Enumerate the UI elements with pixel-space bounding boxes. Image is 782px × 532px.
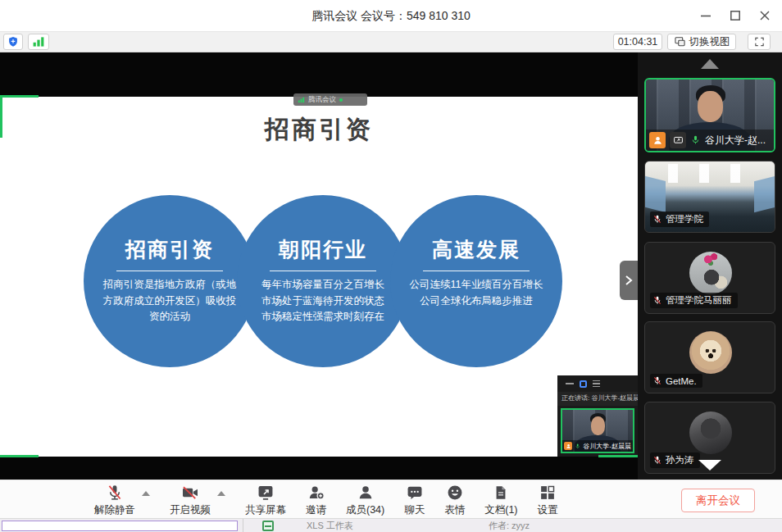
start-video-button[interactable]: 开启视频: [170, 484, 211, 517]
maximize-button[interactable]: [723, 5, 748, 26]
shield-icon: [7, 35, 19, 48]
participant-name-bar: 谷川大学-赵...: [646, 130, 774, 151]
slide-circle-1: 招商引资 招商引资是指地方政府（或地 方政府成立的开发区）吸收投 资的活动: [84, 195, 256, 367]
control-bar: 解除静音 开启视频 共享屏幕: [0, 480, 782, 518]
unmute-button[interactable]: 解除静音: [94, 484, 135, 517]
xls-file-icon: [262, 521, 274, 531]
participant-tile-2[interactable]: 管理学院: [644, 161, 775, 233]
leave-meeting-button[interactable]: 离开会议: [681, 489, 755, 512]
shared-screen: 招商引资 招商引资 招商引资是指地方政府（或地 方政府成立的开发区）吸收投 资的…: [0, 52, 638, 480]
circle-2-line: 每年市场容量百分之百增长: [237, 277, 409, 293]
file-type-label: XLS 工作表: [307, 519, 353, 532]
divider: [243, 519, 243, 532]
pip-minimize-icon[interactable]: [566, 383, 574, 384]
participant-name-bar: GetMe.: [650, 374, 702, 388]
capture-border-marker: [0, 95, 2, 138]
settings-button[interactable]: 设置: [538, 484, 558, 517]
pip-participant-name: 谷川大学-赵晨晨: [583, 442, 631, 451]
host-badge-icon: [564, 442, 572, 450]
badge-label: 腾讯会议: [308, 95, 336, 105]
invite-button[interactable]: 邀请: [306, 484, 326, 517]
window-titlebar: 腾讯会议 会议号：549 810 310: [0, 0, 782, 31]
mic-muted-icon: [106, 484, 124, 502]
share-screen-icon: [257, 484, 275, 502]
participant-name: 孙为涛: [666, 454, 694, 466]
mic-on-icon: [690, 134, 701, 146]
mic-muted-icon: [652, 295, 662, 306]
pip-menu-icon[interactable]: [593, 380, 600, 388]
participant-name: 管理学院: [666, 213, 703, 225]
avatar: [689, 412, 732, 454]
presentation-slide: 招商引资 招商引资 招商引资是指地方政府（或地 方政府成立的开发区）吸收投 资的…: [0, 97, 638, 457]
screen-sharing-icon: [670, 132, 686, 148]
participant-name-bar: 管理学院: [650, 211, 709, 227]
participant-tile-4[interactable]: GetMe.: [644, 321, 775, 393]
capture-border-marker: [0, 95, 39, 98]
share-screen-button[interactable]: 共享屏幕: [245, 484, 286, 517]
meeting-toolbar: 01:04:31 切换视图: [0, 31, 782, 52]
meeting-timer: 01:04:31: [613, 34, 662, 50]
minimize-icon: [700, 10, 712, 21]
scroll-down-arrow[interactable]: [698, 460, 721, 471]
chevron-right-icon: [625, 275, 633, 286]
window-controls: [693, 0, 777, 31]
collapse-sidebar-button[interactable]: [620, 261, 638, 300]
circle-1-divider: [116, 271, 223, 271]
participant-name-bar: 孙为涛: [650, 452, 700, 468]
circle-2-title: 朝阳行业: [237, 236, 409, 263]
document-icon: [493, 484, 509, 502]
camera-options-caret[interactable]: [217, 491, 225, 496]
slide-title: 招商引资: [0, 113, 638, 147]
close-button[interactable]: [752, 5, 777, 26]
emoji-button[interactable]: 表情: [444, 484, 465, 517]
capture-border-marker: [598, 455, 638, 457]
switch-view-label: 切换视图: [689, 35, 730, 49]
desktop-selection-box: [2, 521, 238, 531]
mic-muted-icon: [652, 214, 662, 225]
settings-grid-icon: [539, 484, 557, 502]
emoji-smile-icon: [446, 484, 464, 502]
circle-1-line: 招商引资是指地方政府（或地: [84, 277, 256, 293]
switch-view-button[interactable]: 切换视图: [667, 34, 736, 50]
circle-3-line: 公司连续11年业绩百分百增长: [390, 277, 562, 293]
circle-2-line: 市场稳定性强需求时刻存在: [237, 309, 409, 325]
file-author-label: 作者: zyyz: [489, 519, 530, 532]
circle-2-divider: [270, 271, 376, 271]
fullscreen-button[interactable]: [748, 34, 771, 50]
participant-tile-1[interactable]: 谷川大学-赵...: [644, 78, 775, 152]
signal-bars-icon: [298, 97, 305, 103]
minimize-button[interactable]: [693, 5, 718, 26]
pip-video: 谷川大学-赵晨晨: [561, 408, 634, 453]
scroll-up-arrow[interactable]: [701, 59, 719, 69]
avatar: [689, 331, 732, 374]
avatar: [689, 252, 732, 294]
participant-name-bar: 管理学院马丽丽: [650, 293, 738, 308]
participant-name: 管理学院马丽丽: [666, 294, 732, 307]
security-shield-button[interactable]: [3, 34, 23, 50]
pip-window[interactable]: 正在讲话: 谷川大学-赵晨晨 谷: [557, 375, 638, 457]
chat-button[interactable]: 聊天: [404, 484, 425, 517]
circle-1-line: 方政府成立的开发区）吸收投: [84, 293, 256, 310]
signal-bars-icon: [32, 36, 45, 48]
participant-name: 谷川大学-赵...: [705, 134, 766, 148]
participant-tile-3[interactable]: 管理学院马丽丽: [644, 242, 775, 314]
network-signal-button[interactable]: [28, 34, 49, 50]
circle-1-title: 招商引资: [84, 236, 256, 263]
capture-border-marker: [0, 455, 39, 457]
mic-options-caret[interactable]: [142, 491, 150, 496]
circle-2-line: 市场处于蓝海待开发的状态: [237, 293, 409, 310]
circle-3-line: 公司全球化布局稳步推进: [390, 293, 562, 310]
chat-bubble-icon: [406, 484, 424, 502]
members-button[interactable]: 成员(34): [346, 484, 384, 517]
meeting-status-badge[interactable]: 腾讯会议: [293, 93, 367, 106]
mic-muted-icon: [652, 455, 662, 466]
pip-titlebar: [557, 375, 638, 392]
close-icon: [759, 10, 771, 21]
docs-button[interactable]: 文档(1): [484, 484, 517, 517]
switch-view-icon: [674, 36, 686, 48]
slide-circle-2: 朝阳行业 每年市场容量百分之百增长 市场处于蓝海待开发的状态 市场稳定性强需求时…: [237, 195, 409, 367]
pip-restore-icon[interactable]: [580, 380, 587, 388]
maximize-icon: [730, 10, 741, 21]
main-area: 招商引资 招商引资 招商引资是指地方政府（或地 方政府成立的开发区）吸收投 资的…: [0, 52, 782, 480]
circle-3-divider: [423, 271, 530, 271]
